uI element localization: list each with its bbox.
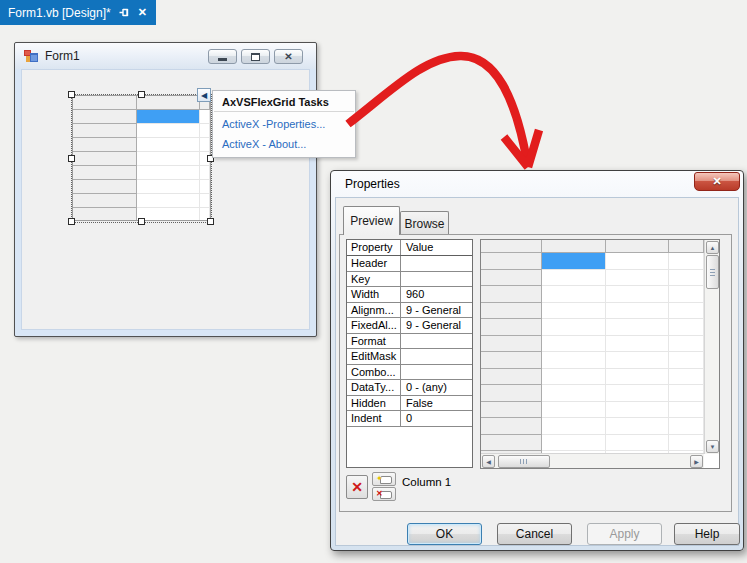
form-titlebar[interactable]: Form1 ✕ bbox=[15, 43, 316, 69]
grid-cell[interactable] bbox=[669, 303, 704, 320]
property-row[interactable]: Combo... bbox=[347, 365, 472, 381]
grid-cell[interactable] bbox=[606, 385, 669, 402]
resize-handle-bottom-right[interactable] bbox=[207, 218, 214, 225]
grid-cell[interactable] bbox=[481, 319, 542, 336]
tab-browse[interactable]: Browse bbox=[400, 211, 449, 235]
grid-cell[interactable] bbox=[542, 352, 605, 369]
grid-cell[interactable] bbox=[669, 418, 704, 435]
vertical-scrollbar[interactable]: ▲ ▼ bbox=[704, 240, 719, 454]
dialog-titlebar[interactable]: Properties ✕ bbox=[331, 171, 743, 197]
grid-cell[interactable] bbox=[669, 336, 704, 353]
grid-cell[interactable] bbox=[542, 418, 605, 435]
cancel-button[interactable]: Cancel bbox=[497, 523, 572, 545]
grid-cell[interactable] bbox=[669, 385, 704, 402]
preview-grid-cells[interactable] bbox=[481, 240, 704, 454]
grid-cell[interactable] bbox=[542, 369, 605, 386]
grid-cell[interactable] bbox=[669, 270, 704, 287]
grid-cell[interactable] bbox=[606, 253, 669, 270]
property-row[interactable]: Width960 bbox=[347, 287, 472, 303]
property-row[interactable]: FixedAl...9 - General bbox=[347, 318, 472, 334]
grid-cell[interactable] bbox=[481, 303, 542, 320]
vertical-scrollbar-thumb[interactable] bbox=[706, 255, 719, 289]
close-icon[interactable]: ✕ bbox=[138, 7, 147, 18]
tab-preview[interactable]: Preview bbox=[343, 206, 400, 235]
property-row[interactable]: HiddenFalse bbox=[347, 396, 472, 412]
resize-handle-bottom-left[interactable] bbox=[68, 218, 75, 225]
grid-cell[interactable] bbox=[606, 240, 669, 253]
grid-cell[interactable] bbox=[481, 270, 542, 287]
grid-cell[interactable] bbox=[669, 240, 704, 253]
flexgrid-control[interactable]: ◀ bbox=[72, 95, 211, 222]
grid-cell[interactable] bbox=[542, 270, 605, 287]
property-row[interactable]: DataTy...0 - (any) bbox=[347, 380, 472, 396]
grid-cell[interactable] bbox=[481, 369, 542, 386]
grid-cell[interactable] bbox=[542, 385, 605, 402]
grid-cell[interactable] bbox=[481, 336, 542, 353]
horizontal-scrollbar[interactable]: ◀ ▶ bbox=[481, 453, 704, 468]
resize-handle-bottom-middle[interactable] bbox=[138, 218, 145, 225]
grid-cell[interactable] bbox=[481, 253, 542, 270]
maximize-button[interactable] bbox=[241, 49, 270, 64]
grid-cell[interactable] bbox=[606, 286, 669, 303]
smart-tag-button[interactable]: ◀ bbox=[197, 88, 211, 102]
property-row[interactable]: Indent0 bbox=[347, 411, 472, 427]
grid-cell[interactable] bbox=[481, 385, 542, 402]
grid-cell[interactable] bbox=[542, 319, 605, 336]
property-row[interactable]: EditMask bbox=[347, 349, 472, 365]
property-row[interactable]: Key bbox=[347, 272, 472, 288]
scroll-left-button[interactable]: ◀ bbox=[482, 455, 495, 468]
property-row[interactable]: Format bbox=[347, 334, 472, 350]
grid-cell[interactable] bbox=[481, 402, 542, 419]
minimize-button[interactable] bbox=[208, 49, 237, 64]
grid-cell[interactable] bbox=[481, 418, 542, 435]
grid-cell[interactable] bbox=[481, 352, 542, 369]
property-row[interactable]: Header bbox=[347, 256, 472, 272]
apply-button[interactable]: Apply bbox=[587, 523, 662, 545]
ok-button[interactable]: OK bbox=[407, 523, 482, 545]
activex-properties-link[interactable]: ActiveX -Properties... bbox=[213, 112, 355, 132]
resize-handle-top-left[interactable] bbox=[68, 91, 75, 98]
grid-cell[interactable] bbox=[542, 435, 605, 452]
property-row[interactable]: Alignm...9 - General bbox=[347, 303, 472, 319]
grid-cell[interactable] bbox=[606, 352, 669, 369]
grid-cell[interactable] bbox=[542, 303, 605, 320]
grid-cell[interactable] bbox=[606, 435, 669, 452]
grid-cell[interactable] bbox=[669, 253, 704, 270]
pin-icon[interactable] bbox=[119, 7, 130, 18]
delete-column-button[interactable]: ✕ bbox=[346, 475, 368, 499]
grid-cell[interactable] bbox=[542, 336, 605, 353]
resize-handle-middle-left[interactable] bbox=[68, 155, 75, 162]
grid-cell[interactable] bbox=[606, 418, 669, 435]
grid-cell[interactable] bbox=[669, 435, 704, 452]
grid-cell[interactable] bbox=[542, 253, 605, 270]
grid-cell[interactable] bbox=[542, 402, 605, 419]
grid-cell[interactable] bbox=[606, 402, 669, 419]
scroll-right-button[interactable]: ▶ bbox=[690, 455, 703, 468]
grid-cell[interactable] bbox=[669, 369, 704, 386]
grid-cell[interactable] bbox=[606, 319, 669, 336]
grid-cell[interactable] bbox=[606, 270, 669, 287]
grid-cell[interactable] bbox=[481, 240, 542, 253]
grid-cell[interactable] bbox=[606, 369, 669, 386]
resize-handle-top-middle[interactable] bbox=[138, 91, 145, 98]
grid-cell[interactable] bbox=[669, 319, 704, 336]
scroll-down-button[interactable]: ▼ bbox=[706, 440, 719, 453]
grid-cell[interactable] bbox=[669, 402, 704, 419]
grid-cell[interactable] bbox=[481, 286, 542, 303]
scroll-up-button[interactable]: ▲ bbox=[706, 241, 719, 254]
grid-cell[interactable] bbox=[606, 336, 669, 353]
insert-column-button[interactable]: ✦ bbox=[372, 472, 396, 486]
help-button[interactable]: Help bbox=[674, 523, 740, 545]
horizontal-scrollbar-thumb[interactable] bbox=[498, 455, 550, 468]
form-close-button[interactable]: ✕ bbox=[274, 49, 303, 64]
grid-cell[interactable] bbox=[481, 435, 542, 452]
grid-cell[interactable] bbox=[669, 286, 704, 303]
document-tab[interactable]: Form1.vb [Design]* ✕ bbox=[0, 0, 156, 25]
activex-about-link[interactable]: ActiveX - About... bbox=[213, 132, 355, 152]
grid-cell[interactable] bbox=[669, 352, 704, 369]
grid-cell[interactable] bbox=[542, 240, 605, 253]
grid-cell[interactable] bbox=[606, 303, 669, 320]
grid-cell[interactable] bbox=[542, 286, 605, 303]
remove-column-button[interactable]: ✕ bbox=[372, 487, 396, 501]
dialog-close-button[interactable]: ✕ bbox=[694, 172, 740, 191]
